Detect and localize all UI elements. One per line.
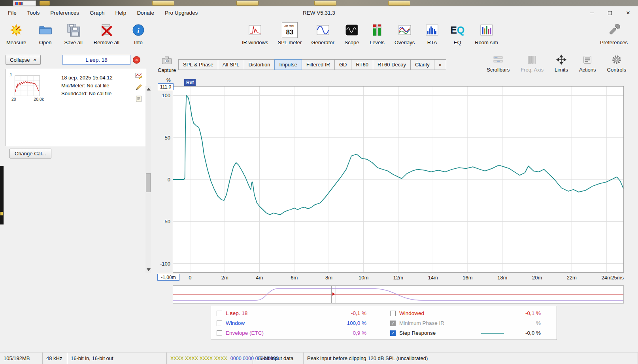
status-memory: 105/192MB xyxy=(0,353,43,364)
x-axis-left-value[interactable]: -1,00m xyxy=(157,274,179,281)
open-button[interactable]: Open xyxy=(38,22,53,45)
change-cal-button[interactable]: Change Cal... xyxy=(9,149,51,158)
titlebar: FileToolsPreferencesGraphHelpDonatePro U… xyxy=(0,6,638,19)
tab-rt60-decay[interactable]: RT60 Decay xyxy=(373,59,411,70)
menu-pro-upgrades[interactable]: Pro Upgrades xyxy=(165,10,198,16)
desktop-folder-icon[interactable] xyxy=(40,1,50,6)
legend-checkbox-envelope-etc[interactable] xyxy=(217,330,222,336)
sun-icon xyxy=(8,22,24,38)
scope-button[interactable]: Scope xyxy=(344,22,360,45)
freq-axis-button[interactable]: Freq. Axis xyxy=(521,54,544,73)
minimize-button[interactable] xyxy=(583,6,601,19)
y-axis-scrollbar[interactable] xyxy=(145,86,151,273)
tab-distortion[interactable]: Distortion xyxy=(244,59,275,70)
tab-all-spl[interactable]: All SPL xyxy=(218,59,244,70)
menu-graph[interactable]: Graph xyxy=(90,10,105,16)
legend-label: Envelope (ETC) xyxy=(226,330,264,336)
measure-button[interactable]: Measure xyxy=(6,22,26,45)
desktop-folder-icon[interactable] xyxy=(236,1,259,6)
measurement-date: 18 вер. 2025 15:04:12 xyxy=(61,74,113,82)
desktop-folder-icon[interactable] xyxy=(314,1,336,6)
measurement-close-button[interactable]: × xyxy=(133,56,140,64)
y-axis-top-value[interactable]: 111,0 xyxy=(158,83,174,90)
room-sim-button[interactable]: Room sim xyxy=(475,22,498,45)
tab-rt60[interactable]: RT60 xyxy=(351,59,373,70)
scrollbars-button[interactable]: Scrollbars xyxy=(487,54,510,73)
controls-button[interactable]: Controls xyxy=(607,54,626,73)
bit-pattern-x: XXXX XXXX XXXX XXXX xyxy=(170,356,227,361)
desktop-folder-icon[interactable] xyxy=(388,1,410,6)
tab-impulse[interactable]: Impulse xyxy=(274,59,302,70)
menu-preferences[interactable]: Preferences xyxy=(50,10,79,16)
legend-item-window: Window100,0 % xyxy=(217,318,377,328)
save-all-button[interactable]: Save all xyxy=(64,22,83,45)
tab-more-tabs[interactable]: » xyxy=(434,59,446,70)
save-all-label: Save all xyxy=(64,40,83,45)
tab-filtered-ir[interactable]: Filtered IR xyxy=(302,59,335,70)
rta-button[interactable]: RTA xyxy=(424,22,440,45)
generator-button[interactable]: Generator xyxy=(311,22,334,45)
legend-checkbox-windowed[interactable] xyxy=(390,311,396,316)
ir-windows-label: IR windows xyxy=(242,40,268,45)
trace-info-icon[interactable] xyxy=(135,72,142,79)
tab-clarity[interactable]: Clarity xyxy=(410,59,434,70)
remove-all-label: Remove all xyxy=(94,40,119,45)
info-button[interactable]: iInfo xyxy=(130,22,146,45)
desktop-folder-icon[interactable] xyxy=(152,1,174,6)
edit-pencil-icon[interactable] xyxy=(135,84,142,91)
close-button[interactable]: × xyxy=(619,6,637,19)
overlays-label: Overlays xyxy=(395,40,415,45)
ref-marker[interactable]: Ref xyxy=(184,79,196,86)
measurement-name-field[interactable]: L вер. 18 xyxy=(62,55,130,65)
legend-checkbox-minimum-phase-ir[interactable]: ✓ xyxy=(390,321,396,326)
measurement-entry[interactable]: 1 20 20,0k 18 вер. 2025 15:04:12 Mic/Met… xyxy=(6,69,146,109)
legend-value: 0,9 % xyxy=(341,330,366,336)
menu-donate[interactable]: Donate xyxy=(137,10,154,16)
overlays-button[interactable]: Overlays xyxy=(395,22,415,45)
toolbar-right-group: Preferences xyxy=(600,22,628,45)
legend-item-l-18: L вер. 18-0,1 % xyxy=(217,308,377,318)
status-peak-level: Peak input before clipping 120 dB SPL (u… xyxy=(304,353,638,364)
x-tick-label: 14m xyxy=(428,275,438,281)
remove-icon xyxy=(98,22,114,38)
actions-button[interactable]: Actions xyxy=(579,54,596,73)
toolbar-left-group: MeasureOpenSave allRemove alliInfo xyxy=(6,22,146,45)
spl-meter-button[interactable]: dB SPL83SPL meter xyxy=(277,22,302,45)
ir-windows-button[interactable]: IR windows xyxy=(242,22,268,45)
preferences-button[interactable]: Preferences xyxy=(600,22,628,45)
legend-checkbox-l-18[interactable] xyxy=(217,311,222,316)
info-icon: i xyxy=(130,22,146,38)
menu-tools[interactable]: Tools xyxy=(27,10,40,16)
x-tick-label: 0 xyxy=(189,275,191,281)
eq-button[interactable]: EQEQ xyxy=(449,22,465,45)
legend-checkbox-step-response[interactable]: ✓ xyxy=(390,330,396,336)
scrollbar-thumb[interactable] xyxy=(146,173,151,192)
scroll-up-icon[interactable] xyxy=(147,88,151,91)
notes-icon[interactable] xyxy=(135,95,142,102)
scrollbars-icon xyxy=(491,54,505,66)
ir-overview-strip[interactable] xyxy=(173,285,624,304)
legend-checkbox-window[interactable] xyxy=(217,321,222,326)
graph-tabs: SPL & PhaseAll SPLDistortionImpulseFilte… xyxy=(179,59,446,70)
menu-help[interactable]: Help xyxy=(115,10,126,16)
measurement-list: 1 20 20,0k 18 вер. 2025 15:04:12 Mic/Met… xyxy=(6,69,146,146)
plot-area[interactable] xyxy=(173,86,624,273)
capture-button[interactable]: Capture xyxy=(158,55,176,73)
x-tick-label: 20m xyxy=(532,275,542,281)
levels-button[interactable]: Levels xyxy=(369,22,385,45)
x-axis-labels: 02m4m6m8m10m12m14m16m18m20m22m24m25ms xyxy=(173,275,624,281)
menu-file[interactable]: File xyxy=(8,10,17,16)
y-tick-label: 0 xyxy=(168,177,170,183)
maximize-button[interactable] xyxy=(601,6,619,19)
info-label: Info xyxy=(134,40,143,45)
tab-spl-phase[interactable]: SPL & Phase xyxy=(178,59,218,70)
wrench-icon xyxy=(606,22,622,38)
remove-all-button[interactable]: Remove all xyxy=(94,22,119,45)
scroll-down-icon[interactable] xyxy=(147,268,151,271)
limits-button[interactable]: Limits xyxy=(555,54,568,73)
collapse-button[interactable]: Collapse « xyxy=(6,55,41,65)
room-sim-label: Room sim xyxy=(475,40,498,45)
tab-gd[interactable]: GD xyxy=(334,59,352,70)
collapse-chevrons-icon: « xyxy=(34,57,36,63)
y-tick-label: 50 xyxy=(165,134,170,140)
